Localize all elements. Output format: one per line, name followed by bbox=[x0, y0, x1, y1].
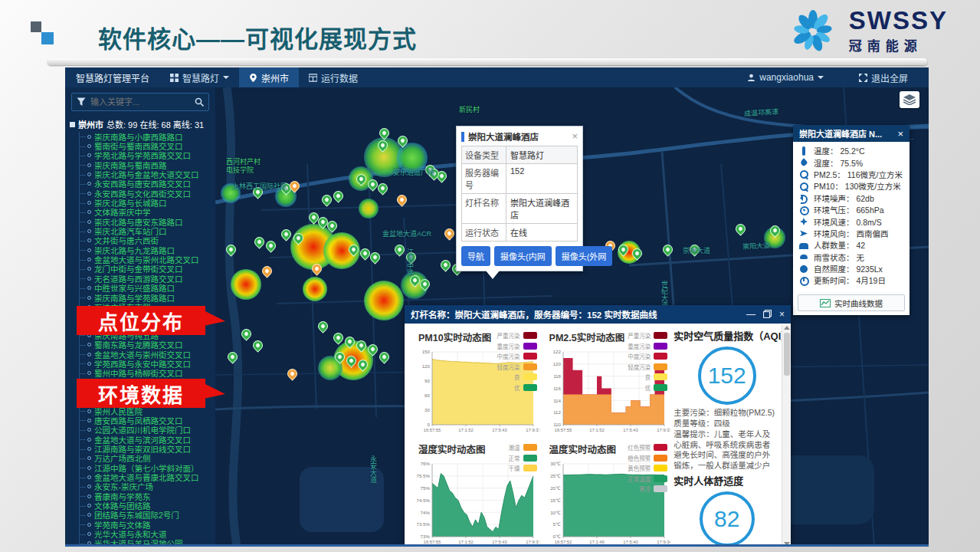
sidebar-tree-list: 崇庆南路与小康西路路口蜀南街与蜀南西路交叉口学苑北路与学苑西路交叉口崇庆南路与蜀… bbox=[79, 132, 215, 544]
legend-item: 红色预警 bbox=[628, 443, 667, 452]
popup-row: 灯杆名称崇阳大道澜峰酒店 bbox=[462, 194, 577, 224]
map-road-label: 电技学院 bbox=[226, 165, 254, 175]
nav-item-smart-lamp[interactable]: 智慧路灯 bbox=[160, 67, 239, 87]
svg-text:0℃: 0℃ bbox=[552, 534, 560, 539]
tree-root-name: 崇州市 bbox=[78, 118, 103, 130]
device-node-icon bbox=[87, 353, 91, 356]
device-node-icon bbox=[87, 135, 91, 139]
minimize-icon[interactable]: — bbox=[746, 310, 755, 319]
slide-background: 软件核心——可视化展现方式 SWSSY 冠南能源 bbox=[0, 0, 980, 552]
environment-row: 自然照度： 9235Lx bbox=[799, 263, 903, 274]
aqi-value-circle: 152 bbox=[698, 347, 756, 405]
crowd-icon bbox=[799, 241, 808, 250]
popup-camera-internal-button[interactable]: 摄像头(内网 bbox=[494, 246, 552, 266]
legend-item: 轻度污染 bbox=[628, 363, 667, 371]
svg-text:17:9:37: 17:9:37 bbox=[526, 428, 539, 432]
pm25-icon bbox=[799, 169, 808, 179]
svg-text:112: 112 bbox=[553, 409, 561, 415]
map-layers-button[interactable] bbox=[900, 91, 919, 108]
close-icon[interactable]: × bbox=[572, 133, 578, 140]
svg-text:74.5%: 74.5% bbox=[416, 498, 430, 503]
close-icon[interactable]: × bbox=[897, 128, 903, 140]
svg-text:120: 120 bbox=[422, 363, 431, 369]
svg-text:122: 122 bbox=[552, 349, 561, 354]
legend-item: 中度污染 bbox=[628, 352, 667, 360]
weather-icon bbox=[799, 252, 808, 261]
thermometer-icon bbox=[799, 146, 808, 156]
popup-nav-button[interactable]: 导航 bbox=[461, 246, 490, 266]
legend-item: 橙色预警 bbox=[628, 454, 667, 462]
popup-table: 设备类型智慧路灯服务器编号152灯杆名称崇阳大道澜峰酒店运行状态在线 bbox=[461, 146, 578, 242]
grid-icon bbox=[170, 74, 179, 82]
close-icon[interactable]: × bbox=[779, 310, 785, 319]
device-node-icon bbox=[87, 286, 91, 290]
device-node-icon bbox=[87, 220, 91, 224]
legend-item: 黄色预警 bbox=[628, 464, 667, 472]
environment-row: 人群数量： 42 bbox=[799, 239, 903, 251]
user-icon bbox=[747, 74, 755, 82]
legend-item: 优 bbox=[628, 383, 667, 392]
environment-row: 环境风速： 0.8m/S bbox=[799, 215, 903, 227]
layers-icon bbox=[903, 94, 916, 105]
noise-icon bbox=[799, 193, 808, 202]
legend-item: 正常 bbox=[509, 454, 537, 462]
nav-item-running-data[interactable]: 运行数据 bbox=[299, 67, 368, 87]
realtime-curve-button[interactable]: 实时曲线数据 bbox=[798, 294, 905, 311]
page-title: 软件核心——可视化展现方式 bbox=[98, 20, 417, 54]
device-node-icon bbox=[87, 475, 91, 479]
environment-panel: 崇阳大道澜峰酒店 N... × 温度： 25.2°C湿度： 75.5%PM2.5… bbox=[793, 125, 910, 315]
user-menu[interactable]: wangxiaohua bbox=[737, 72, 834, 83]
device-node-icon bbox=[87, 343, 91, 347]
nav-item-city[interactable]: 崇州市 bbox=[239, 67, 299, 87]
device-node-icon bbox=[87, 163, 91, 167]
device-node-icon bbox=[87, 248, 91, 252]
device-node-icon bbox=[87, 296, 91, 300]
sidebar-item[interactable]: 光华大道与羊马湿地公园 bbox=[80, 539, 215, 544]
map-road-label: 崇州大道 bbox=[683, 245, 710, 255]
search-input[interactable] bbox=[90, 97, 190, 107]
device-node-icon bbox=[87, 513, 91, 517]
device-node-icon bbox=[87, 192, 91, 196]
panel-scrollbar[interactable] bbox=[782, 325, 791, 547]
legend-item: 良 bbox=[497, 373, 537, 381]
slide-header: 软件核心——可视化展现方式 SWSSY 冠南能源 bbox=[0, 0, 980, 67]
tree-root-node[interactable]: 崇州市 总数: 99 在线: 68 离线: 31 bbox=[65, 117, 215, 132]
device-node-icon bbox=[87, 210, 91, 214]
popup-buttons: 导航摄像头(内网摄像头(外网 bbox=[457, 242, 582, 271]
exit-fullscreen-button[interactable]: 退出全屏 bbox=[849, 71, 918, 84]
device-node-icon bbox=[87, 277, 91, 281]
device-node-icon bbox=[87, 267, 91, 271]
logo-droplets-icon bbox=[788, 6, 838, 57]
temperature-chart: 温度实时动态图 红色预警橙色预警黄色预警正常温度寒冷 0℃5℃10℃15℃20℃… bbox=[540, 437, 671, 547]
environment-rows: 温度： 25.2°C湿度： 75.5%PM2.5： 116微克/立方米PM10：… bbox=[793, 142, 910, 292]
device-node-icon bbox=[87, 182, 91, 186]
scroll-down-icon[interactable] bbox=[784, 542, 790, 546]
scrollbar-thumb[interactable] bbox=[784, 333, 790, 376]
sidebar-search-bar bbox=[71, 93, 209, 111]
device-node-icon bbox=[87, 428, 91, 432]
environment-row: PM2.5： 116微克/立方米 bbox=[799, 169, 903, 180]
scroll-up-icon[interactable] bbox=[784, 326, 790, 330]
svg-text:73.5%: 73.5% bbox=[416, 521, 430, 527]
chart-legend: 红色预警橙色预警黄色预警正常温度寒冷 bbox=[628, 443, 667, 493]
map-road-label: 上林西工国际社区 bbox=[232, 181, 287, 191]
nav-label: 退出全屏 bbox=[871, 71, 908, 84]
svg-text:17:5:43: 17:5:43 bbox=[492, 540, 506, 544]
chevron-down-icon bbox=[223, 76, 229, 79]
legend-item: 潮湿 bbox=[509, 443, 537, 452]
filter-icon[interactable] bbox=[77, 97, 86, 107]
tree-collapse-icon[interactable] bbox=[70, 122, 75, 127]
device-node-icon bbox=[87, 532, 91, 536]
device-node-icon bbox=[87, 504, 91, 508]
svg-text:110: 110 bbox=[553, 422, 561, 427]
search-icon[interactable] bbox=[195, 97, 204, 107]
humidity-icon bbox=[799, 158, 808, 167]
device-node-icon bbox=[87, 172, 91, 176]
popup-camera-external-button[interactable]: 摄像头(外网 bbox=[556, 246, 613, 266]
restore-icon[interactable] bbox=[763, 310, 772, 320]
device-node-icon bbox=[87, 466, 91, 470]
callout-point-distribution: 点位分布 bbox=[77, 306, 205, 335]
popup-row: 运行状态在线 bbox=[462, 224, 577, 242]
humidity-chart: 湿度实时动态图 潮湿正常干燥 73%73.5%74%74.5%75%75.5%7… bbox=[409, 437, 540, 547]
svg-text:30: 30 bbox=[424, 407, 430, 412]
